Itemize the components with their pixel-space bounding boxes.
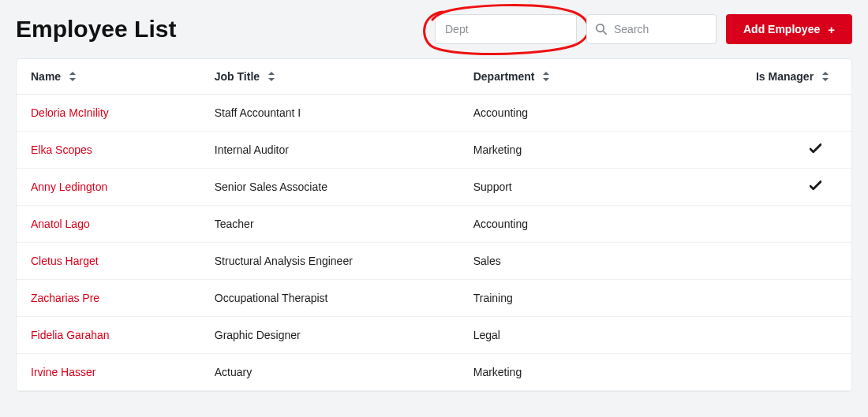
employee-link[interactable]: Elka Scopes xyxy=(31,143,92,156)
check-icon xyxy=(810,181,821,191)
sort-icon xyxy=(542,72,550,81)
col-header-department[interactable]: Department xyxy=(459,59,718,95)
table-row: Fidelia GarahanGraphic DesignerLegal xyxy=(17,317,851,354)
sort-icon xyxy=(821,72,829,81)
cell-department: Legal xyxy=(459,317,718,354)
cell-is-manager xyxy=(718,132,851,169)
cell-job-title: Actuary xyxy=(200,354,459,391)
search-icon xyxy=(595,23,607,35)
cell-name: Cletus Harget xyxy=(17,243,200,280)
cell-is-manager xyxy=(718,206,851,243)
employee-link[interactable]: Deloria McInility xyxy=(31,106,109,119)
cell-name: Irvine Hasser xyxy=(17,354,200,391)
svg-line-1 xyxy=(603,31,606,34)
cell-name: Anatol Lago xyxy=(17,206,200,243)
cell-job-title: Occupational Therapist xyxy=(200,280,459,317)
employee-link[interactable]: Cletus Harget xyxy=(31,255,99,267)
table-row: Anny LedingtonSenior Sales AssociateSupp… xyxy=(17,169,851,206)
cell-department: Training xyxy=(459,280,718,317)
cell-job-title: Graphic Designer xyxy=(200,317,459,354)
cell-job-title: Internal Auditor xyxy=(200,132,459,169)
dept-filter-wrap xyxy=(435,14,577,44)
employee-table-card: Name Job Title Department Is Manager Del… xyxy=(16,58,852,392)
col-header-name-label: Name xyxy=(31,70,61,83)
cell-department: Accounting xyxy=(459,206,718,243)
col-header-job-title[interactable]: Job Title xyxy=(200,59,459,95)
cell-name: Fidelia Garahan xyxy=(17,317,200,354)
cell-department: Marketing xyxy=(459,354,718,391)
col-header-is-manager-label: Is Manager xyxy=(756,70,814,83)
table-row: Anatol LagoTeacherAccounting xyxy=(17,206,851,243)
cell-name: Elka Scopes xyxy=(17,132,200,169)
cell-name: Zacharias Pre xyxy=(17,280,200,317)
cell-job-title: Structural Analysis Engineer xyxy=(200,243,459,280)
check-icon xyxy=(810,143,821,154)
employee-table: Name Job Title Department Is Manager Del… xyxy=(17,59,851,391)
col-header-job-title-label: Job Title xyxy=(215,70,260,83)
col-header-department-label: Department xyxy=(473,70,535,83)
cell-is-manager xyxy=(718,243,851,280)
cell-department: Accounting xyxy=(459,95,718,132)
cell-job-title: Teacher xyxy=(200,206,459,243)
employee-link[interactable]: Fidelia Garahan xyxy=(31,329,110,341)
table-row: Zacharias PreOccupational TherapistTrain… xyxy=(17,280,851,317)
cell-is-manager xyxy=(718,354,851,391)
search-wrap xyxy=(586,14,716,44)
add-employee-button[interactable]: Add Employee + xyxy=(726,14,852,44)
cell-is-manager xyxy=(718,169,851,206)
cell-department: Support xyxy=(459,169,718,206)
plus-icon: + xyxy=(828,23,835,36)
cell-name: Anny Ledington xyxy=(17,169,200,206)
employee-link[interactable]: Zacharias Pre xyxy=(31,292,99,304)
employee-link[interactable]: Anny Ledington xyxy=(31,181,107,193)
sort-icon xyxy=(69,72,77,81)
cell-name: Deloria McInility xyxy=(17,95,200,132)
table-row: Elka ScopesInternal AuditorMarketing xyxy=(17,132,851,169)
cell-is-manager xyxy=(718,95,851,132)
employee-link[interactable]: Irvine Hasser xyxy=(31,366,95,378)
col-header-name[interactable]: Name xyxy=(17,59,200,95)
cell-job-title: Staff Accountant I xyxy=(200,95,459,132)
dept-filter-input[interactable] xyxy=(435,14,577,44)
cell-department: Marketing xyxy=(459,132,718,169)
add-employee-label: Add Employee xyxy=(743,23,820,35)
cell-job-title: Senior Sales Associate xyxy=(200,169,459,206)
cell-is-manager xyxy=(718,280,851,317)
table-row: Irvine HasserActuaryMarketing xyxy=(17,354,851,391)
employee-link[interactable]: Anatol Lago xyxy=(31,218,90,230)
cell-is-manager xyxy=(718,317,851,354)
table-row: Deloria McInilityStaff Accountant IAccou… xyxy=(17,95,851,132)
table-row: Cletus HargetStructural Analysis Enginee… xyxy=(17,243,851,280)
cell-department: Sales xyxy=(459,243,718,280)
sort-icon xyxy=(268,72,275,81)
page-title: Employee List xyxy=(16,16,425,43)
col-header-is-manager[interactable]: Is Manager xyxy=(718,59,851,95)
page-header: Employee List Add Employee + xyxy=(0,0,868,58)
